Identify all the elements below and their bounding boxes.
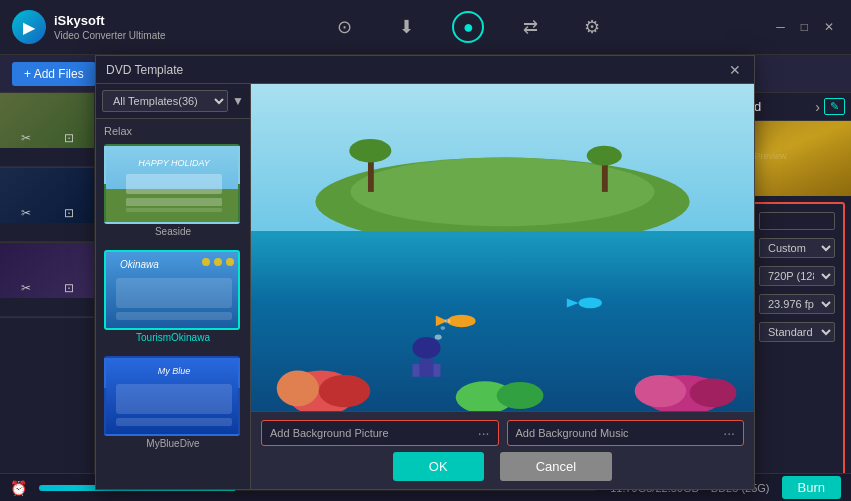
okinawa-label: TourismOkinawa: [104, 330, 242, 348]
background-inputs-row: Add Background Picture ··· Add Backgroun…: [261, 420, 744, 446]
app-name: iSkysoft: [54, 13, 166, 30]
minimize-button[interactable]: ─: [771, 18, 790, 36]
template-bottom-controls: Add Background Picture ··· Add Backgroun…: [251, 411, 754, 489]
bg-music-text: Add Background Music: [516, 427, 724, 439]
svg-rect-14: [116, 312, 232, 320]
svg-rect-41: [433, 364, 440, 377]
svg-point-25: [587, 146, 622, 166]
svg-point-33: [497, 382, 544, 409]
svg-point-21: [350, 158, 654, 227]
modal-close-button[interactable]: ✕: [726, 61, 744, 79]
window-controls: ─ □ ✕: [771, 18, 839, 36]
svg-point-36: [579, 298, 602, 309]
template-mybluedive[interactable]: My Blue MyBlueDive: [96, 352, 250, 458]
svg-point-38: [412, 337, 440, 359]
template-sidebar: All Templates(36) ▼ Relax HAPPY HOLIDAY: [96, 84, 251, 489]
app-logo: ▶ iSkysoft Video Converter Ultimate: [12, 10, 166, 44]
svg-rect-7: [126, 208, 222, 212]
logo-icon: ▶: [12, 10, 46, 44]
svg-point-44: [445, 319, 451, 323]
template-preview-area: My DVD Play Scenes Add Background Pictur…: [251, 84, 754, 489]
sky-svg: [251, 84, 754, 231]
record-nav-icon[interactable]: ●: [452, 11, 484, 43]
svg-point-12: [226, 258, 234, 266]
bg-picture-wrapper: Add Background Picture ···: [261, 420, 499, 446]
filter-dropdown-icon: ▼: [232, 94, 244, 108]
svg-rect-6: [126, 198, 222, 206]
mybluedive-label: MyBlueDive: [104, 436, 242, 454]
svg-text:My Blue: My Blue: [158, 366, 191, 376]
svg-point-28: [319, 375, 370, 407]
svg-marker-37: [567, 299, 579, 308]
nav-icons: ⊙ ⬇ ● ⇄ ⚙: [196, 11, 742, 43]
svg-point-30: [635, 375, 686, 407]
template-section-label: Relax: [96, 119, 250, 140]
svg-point-27: [277, 371, 319, 407]
underwater-svg: [251, 231, 754, 411]
svg-point-23: [349, 139, 391, 163]
bg-music-browse-button[interactable]: ···: [723, 425, 735, 441]
maximize-button[interactable]: □: [796, 18, 813, 36]
svg-rect-13: [116, 278, 232, 308]
svg-point-10: [202, 258, 210, 266]
okinawa-thumb: Okinawa: [104, 250, 240, 330]
template-seaside[interactable]: HAPPY HOLIDAY Seaside: [96, 140, 250, 246]
template-filter-select[interactable]: All Templates(36): [102, 90, 228, 112]
transfer-nav-icon[interactable]: ⇄: [514, 11, 546, 43]
svg-text:Okinawa: Okinawa: [120, 259, 159, 270]
seaside-label: Seaside: [104, 224, 242, 242]
svg-rect-3: [106, 189, 238, 224]
template-okinawa[interactable]: Okinawa TourismOkinawa: [96, 246, 250, 352]
bg-music-wrapper: Add Background Music ···: [507, 420, 745, 446]
svg-point-31: [690, 379, 737, 408]
topbar: ▶ iSkysoft Video Converter Ultimate ⊙ ⬇ …: [0, 0, 851, 55]
bg-picture-text: Add Background Picture: [270, 427, 478, 439]
tools-nav-icon[interactable]: ⚙: [576, 11, 608, 43]
modal-ok-button[interactable]: OK: [393, 452, 484, 481]
svg-text:HAPPY HOLIDAY: HAPPY HOLIDAY: [138, 158, 211, 168]
mybluedive-thumb: My Blue: [104, 356, 240, 436]
svg-point-42: [435, 335, 442, 340]
logo-symbol: ▶: [23, 18, 35, 37]
close-button[interactable]: ✕: [819, 18, 839, 36]
underwater-scene: [251, 231, 754, 411]
svg-point-34: [448, 315, 476, 328]
svg-rect-39: [419, 359, 433, 377]
dvd-modal-overlay: DVD Template ✕ All Templates(36) ▼ Relax: [0, 55, 851, 501]
download-nav-icon[interactable]: ⬇: [390, 11, 422, 43]
modal-title: DVD Template: [106, 63, 183, 77]
svg-rect-40: [412, 364, 419, 377]
svg-point-11: [214, 258, 222, 266]
dvd-template-modal: DVD Template ✕ All Templates(36) ▼ Relax: [95, 55, 755, 490]
modal-cancel-button[interactable]: Cancel: [500, 452, 612, 481]
modal-body: All Templates(36) ▼ Relax HAPPY HOLIDAY: [96, 84, 754, 489]
modal-titlebar: DVD Template ✕: [96, 56, 754, 84]
modal-action-buttons-row: OK Cancel: [261, 452, 744, 481]
svg-rect-5: [126, 174, 222, 194]
template-filter: All Templates(36) ▼: [96, 84, 250, 119]
svg-rect-17: [116, 384, 232, 414]
seaside-thumb: HAPPY HOLIDAY: [104, 144, 240, 224]
svg-rect-18: [116, 418, 232, 426]
convert-nav-icon[interactable]: ⊙: [328, 11, 360, 43]
bg-picture-browse-button[interactable]: ···: [478, 425, 490, 441]
svg-point-43: [441, 326, 446, 330]
template-preview-image: My DVD Play Scenes: [251, 84, 754, 411]
app-subtitle: Video Converter Ultimate: [54, 30, 166, 41]
